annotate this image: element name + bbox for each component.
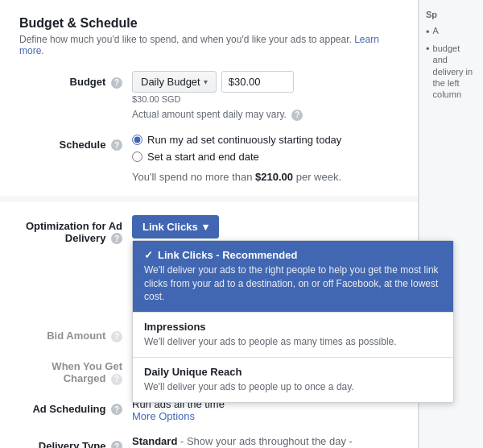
- main-panel: Budget & Schedule Define how much you'd …: [0, 0, 419, 448]
- page-subtitle: Define how much you'd like to spend, and…: [19, 34, 398, 56]
- optimization-dropdown-menu: ✓ Link Clicks - Recommended We'll delive…: [132, 240, 454, 403]
- optimization-dropdown-container: Link Clicks ▾ ✓ Link Clicks - Recommende…: [132, 215, 219, 239]
- delivery-type-text: Standard - Show your ads throughout the …: [132, 435, 398, 448]
- budget-controls: Daily Budget ▾: [132, 71, 398, 93]
- budget-amount-input[interactable]: [221, 71, 294, 93]
- optimization-info-icon[interactable]: ?: [111, 233, 122, 244]
- page-title: Budget & Schedule: [19, 16, 398, 31]
- budget-info-icon[interactable]: ?: [111, 77, 122, 89]
- budget-subtext: $30.00 SGD: [132, 94, 398, 104]
- schedule-options: Run my ad set continuously starting toda…: [132, 134, 398, 163]
- schedule-option-dates[interactable]: Set a start and end date: [132, 151, 398, 163]
- optimization-dropdown-btn[interactable]: Link Clicks ▾: [132, 215, 219, 239]
- schedule-row: Schedule ? Run my ad set continuously st…: [19, 134, 398, 183]
- delivery-type-info-icon[interactable]: ?: [111, 441, 122, 448]
- optimization-row: Optimization for Ad Delivery ? Link Clic…: [19, 215, 398, 245]
- dropdown-item-link-clicks[interactable]: ✓ Link Clicks - Recommended We'll delive…: [133, 241, 453, 312]
- schedule-radio-continuous[interactable]: [132, 135, 142, 145]
- budget-dropdown-caret: ▾: [204, 77, 208, 86]
- delivery-type-content: Standard - Show your ads throughout the …: [132, 435, 398, 448]
- ad-scheduling-info-icon[interactable]: ?: [111, 404, 122, 415]
- ad-scheduling-more-options[interactable]: More Options: [132, 410, 398, 422]
- dropdown-item-impressions[interactable]: Impressions We'll deliver your ads to pe…: [133, 312, 453, 357]
- side-panel-title: Sp: [426, 10, 477, 19]
- dropdown-item-daily-reach[interactable]: Daily Unique Reach We'll deliver your ad…: [133, 357, 453, 402]
- optimization-content: Link Clicks ▾ ✓ Link Clicks - Recommende…: [132, 215, 398, 239]
- schedule-option-continuous[interactable]: Run my ad set continuously starting toda…: [132, 134, 398, 146]
- when-charged-label: When You Get Charged ?: [19, 355, 132, 385]
- page-header: Budget & Schedule Define how much you'd …: [19, 16, 398, 56]
- optimization-label: Optimization for Ad Delivery ?: [19, 215, 132, 245]
- when-charged-info-icon[interactable]: ?: [111, 374, 122, 385]
- side-panel-item-1: A: [426, 26, 477, 38]
- budget-type-dropdown[interactable]: Daily Budget ▾: [132, 71, 217, 93]
- delivery-type-row: Delivery Type ? Standard - Show your ads…: [19, 435, 398, 448]
- optimization-caret: ▾: [203, 221, 208, 233]
- budget-row: Budget ? Daily Budget ▾ $30.00 SGD Actua…: [19, 71, 398, 121]
- weekly-spend-text: You'll spend no more than $210.00 per we…: [132, 171, 398, 183]
- section-divider: [0, 196, 418, 202]
- schedule-content: Run my ad set continuously starting toda…: [132, 134, 398, 183]
- budget-label: Budget ?: [19, 71, 132, 89]
- dropdown-item-link-clicks-desc: We'll deliver your ads to the right peop…: [144, 263, 442, 304]
- schedule-info-icon[interactable]: ?: [111, 139, 122, 151]
- schedule-label: Schedule ?: [19, 134, 132, 151]
- actual-spend-note: Actual amount spent daily may vary. ?: [132, 109, 398, 121]
- dropdown-item-impressions-title: Impressions: [144, 321, 442, 333]
- ad-scheduling-label: Ad Scheduling ?: [19, 398, 132, 416]
- checkmark-icon: ✓: [144, 249, 153, 261]
- actual-spend-info-icon[interactable]: ?: [291, 110, 303, 121]
- delivery-type-label: Delivery Type ?: [19, 435, 132, 448]
- dropdown-item-impressions-desc: We'll deliver your ads to people as many…: [144, 335, 442, 349]
- budget-content: Daily Budget ▾ $30.00 SGD Actual amount …: [132, 71, 398, 121]
- dropdown-item-link-clicks-title: ✓ Link Clicks - Recommended: [144, 249, 442, 261]
- side-panel-item-2: budget and delivery in the left column: [426, 43, 477, 100]
- bid-amount-info-icon[interactable]: ?: [111, 331, 122, 342]
- dropdown-item-daily-reach-desc: We'll deliver your ads to people up to o…: [144, 380, 442, 394]
- bid-amount-label: Bid Amount ?: [19, 325, 132, 342]
- dropdown-item-daily-reach-title: Daily Unique Reach: [144, 366, 442, 378]
- schedule-radio-dates[interactable]: [132, 151, 142, 162]
